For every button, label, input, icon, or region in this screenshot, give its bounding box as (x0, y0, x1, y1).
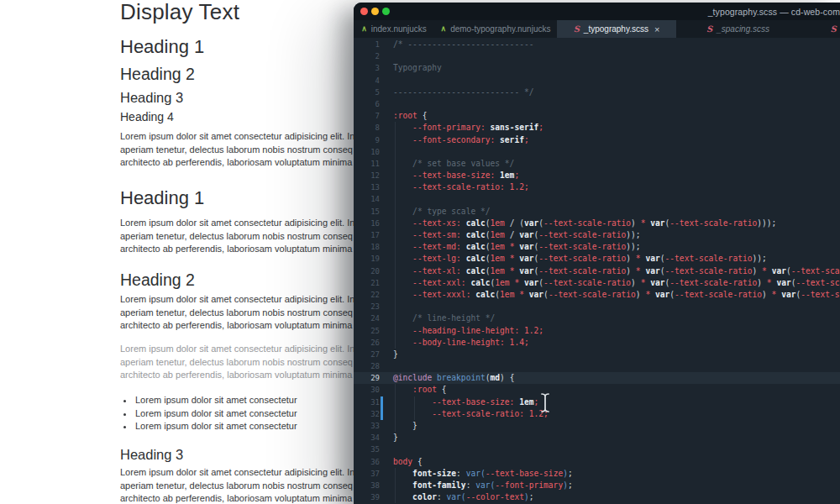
code-line[interactable]: 25 --heading-line-height: 1.2; (354, 325, 840, 337)
code-line[interactable]: 24 /* line-height */ (354, 312, 840, 324)
close-tab-icon[interactable]: × (654, 24, 659, 34)
paragraph-line: aperiam tenetur, delectus laborum nobis … (120, 356, 354, 370)
line-number: 39 (354, 491, 380, 503)
indent-guide (395, 134, 396, 146)
code-text: } (385, 432, 840, 444)
minimize-window-button[interactable] (371, 8, 379, 15)
code-text (385, 193, 840, 205)
code-line[interactable]: 14 (354, 193, 840, 205)
code-line[interactable]: 12 --text-base-size: 1em; (354, 170, 840, 181)
code-text: --text-scale-ratio: 1.2; (385, 181, 840, 193)
code-line[interactable]: 5-------------------------- */ (354, 87, 840, 98)
code-line[interactable]: 8 --font-primary: sans-serif; (354, 122, 840, 134)
code-line[interactable]: 11 /* set base values */ (354, 158, 840, 170)
code-line[interactable]: 22 --text-xxxl: calc(1em * var(--text-sc… (354, 289, 840, 301)
code-line[interactable]: 21 --text-xxl: calc(1em * var(--text-sca… (354, 277, 840, 289)
line-number: 3 (354, 62, 380, 74)
code-line[interactable]: 37 font-size: var(--text-base-size); (354, 468, 840, 480)
line-number: 4 (354, 75, 380, 87)
code-line[interactable]: 20 --text-xl: calc(1em * var(--text-scal… (354, 265, 840, 277)
code-line[interactable]: 13 --text-scale-ratio: 1.2; (354, 181, 840, 193)
paragraph-line: architecto ab perferendis, laboriosam vo… (120, 156, 354, 170)
line-number: 16 (354, 218, 380, 229)
code-line[interactable]: 2 (354, 50, 840, 62)
paragraph-line: Lorem ipsum dolor sit amet consectetur a… (120, 130, 354, 144)
indent-guide (395, 193, 396, 205)
heading-2: Heading 2 (120, 270, 195, 290)
tab-label: _spacing.scss (717, 24, 769, 34)
indent-guide (395, 408, 396, 420)
editor-window: _typography.scss — cd-web-com ∧ index.nu… (354, 3, 840, 504)
indent-guide (395, 146, 396, 158)
code-text (385, 75, 840, 87)
paragraph-line: Lorem ipsum dolor sit amet consectetur a… (120, 466, 354, 480)
bullet-list: Lorem ipsum dolor sit amet consectetur L… (134, 394, 297, 433)
code-text: font-size: var(--text-base-size); (385, 468, 840, 480)
heading-4: Heading 4 (120, 109, 174, 124)
code-text: /* line-height */ (385, 312, 840, 324)
paragraph-line: architecto ab perferendis, laboriosam vo… (120, 243, 354, 256)
line-number: 21 (354, 277, 380, 289)
paragraph-line: architecto ab perferendis, laboriosam vo… (120, 369, 354, 382)
screen: { "page": { "display_heading": "Display … (0, 0, 840, 504)
sass-icon: S (706, 25, 712, 34)
code-line[interactable]: 17 --text-sm: calc(1em / var(--text-scal… (354, 229, 840, 241)
sass-icon: S (830, 25, 836, 34)
tab-spacing-scss[interactable]: S _spacing.scss (676, 20, 800, 38)
paragraph: Lorem ipsum dolor sit amet consectetur a… (120, 466, 354, 504)
code-line[interactable]: 31 --text-base-size: 1em; (354, 396, 840, 408)
code-line[interactable]: 4 (354, 75, 840, 87)
zoom-window-button[interactable] (382, 8, 390, 15)
code-line[interactable]: 38 font-family: var(--font-primary); (354, 480, 840, 491)
list-item: Lorem ipsum dolor sit amet consectetur (134, 394, 297, 407)
code-text: -------------------------- */ (385, 87, 840, 98)
titlebar[interactable]: _typography.scss — cd-web-com (354, 3, 840, 20)
code-line[interactable]: 16 --text-xs: calc(1em / (var(--text-sca… (354, 218, 840, 229)
indent-guide (395, 277, 396, 289)
code-line[interactable]: 34} (354, 432, 840, 444)
code-line[interactable]: 39 color: var(--color-text); (354, 491, 840, 503)
tab-label: index.nunjucks (371, 24, 427, 34)
code-line[interactable]: 9 --font-secondary: serif; (354, 134, 840, 146)
code-line[interactable]: 6 (354, 98, 840, 110)
line-number: 31 (354, 396, 380, 408)
code-line[interactable]: 27} (354, 349, 840, 360)
code-line[interactable]: 35 (354, 444, 840, 455)
line-number: 22 (354, 289, 380, 301)
line-number: 5 (354, 87, 380, 98)
heading-2: Heading 2 (120, 64, 195, 84)
code-line[interactable]: 15 /* type scale */ (354, 206, 840, 218)
code-line[interactable]: 29@include breakpoint(md) { (354, 372, 840, 384)
tab-typography-scss[interactable]: S _typography.scss × (557, 20, 676, 38)
paragraph: Lorem ipsum dolor sit amet consectetur a… (120, 217, 354, 256)
tab-colors-scss[interactable]: S _colors.scss (800, 20, 840, 38)
code-line[interactable]: 18 --text-md: calc(1em * var(--text-scal… (354, 241, 840, 253)
indent-guide (395, 289, 396, 301)
close-window-button[interactable] (360, 8, 368, 15)
code-line[interactable]: 30 :root { (354, 384, 840, 396)
code-line[interactable]: 19 --text-lg: calc(1em * var(--text-scal… (354, 253, 840, 265)
code-line[interactable]: 23 (354, 301, 840, 312)
tab-index-nunjucks[interactable]: ∧ index.nunjucks (354, 20, 434, 38)
code-editor[interactable]: 1/* --------------------------23Typograp… (354, 38, 840, 504)
code-line[interactable]: 26 --body-line-height: 1.4; (354, 337, 840, 349)
code-line[interactable]: 1/* -------------------------- (354, 39, 840, 50)
indent-guide (395, 337, 396, 349)
code-line[interactable]: 32 --text-scale-ratio: 1.2; (354, 408, 840, 420)
line-number: 33 (354, 420, 380, 432)
code-line[interactable]: 36body { (354, 456, 840, 468)
code-line[interactable]: 33 } (354, 420, 840, 432)
code-text: --body-line-height: 1.4; (385, 337, 840, 349)
line-number: 6 (354, 98, 380, 110)
line-number: 37 (354, 468, 380, 480)
code-line[interactable]: 3Typography (354, 62, 840, 74)
line-number: 12 (354, 170, 380, 181)
tab-demo-typography-nunjucks[interactable]: ∧ demo-typography.nunjucks (434, 20, 557, 38)
indent-guide (395, 301, 396, 312)
code-line[interactable]: 7:root { (354, 110, 840, 122)
code-text: /* -------------------------- (385, 39, 840, 50)
indent-guide (395, 218, 396, 229)
code-line[interactable]: 10 (354, 146, 840, 158)
code-line[interactable]: 28 (354, 360, 840, 372)
code-text: --font-primary: sans-serif; (385, 122, 840, 134)
